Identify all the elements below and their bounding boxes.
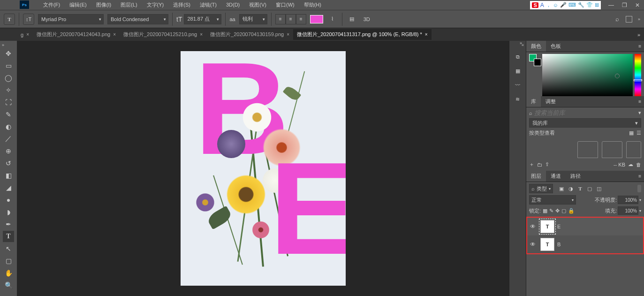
layer-filter-dropdown[interactable]: ⌕类型▾ [529,184,553,193]
filter-type-icon[interactable]: T [576,185,584,192]
toolbox-collapse-icon[interactable]: » [0,43,4,47]
character-panel-icon[interactable]: ▤ [346,14,357,25]
history-brush-tool[interactable]: ↺ [3,158,14,169]
ime-smiley-icon[interactable]: ☺ [553,2,558,8]
doc-tab-0[interactable]: g× [17,30,33,39]
lasso-tool[interactable]: ◯ [3,72,14,83]
menu-file[interactable]: 文件(F) [39,0,64,9]
channels-tab[interactable]: 通道 [546,171,566,182]
text-color-swatch[interactable] [310,15,323,23]
font-style-dropdown[interactable]: Bold Condensed [107,14,168,24]
layer-name[interactable]: E [557,224,561,229]
ime-shirt-icon[interactable]: 👕 [586,2,593,8]
grid-view-icon[interactable]: ▦ [629,130,634,136]
blend-mode-dropdown[interactable]: 正常▾ [529,195,576,205]
brush-settings-panel-icon[interactable]: ≋ [513,94,523,104]
menu-help[interactable]: 帮助(H) [300,0,325,9]
blur-tool[interactable]: ● [3,194,14,205]
3d-button[interactable]: 3D [361,14,372,25]
upload-icon[interactable]: ⇪ [545,161,549,167]
panel-collapse-icon[interactable]: » [518,41,522,46]
menu-view[interactable]: 视图(V) [245,0,270,9]
text-orientation-icon[interactable]: ↕T [23,14,34,25]
library-tab[interactable]: 库 [526,96,541,107]
library-select-dropdown[interactable]: 我的库▾ [529,118,641,128]
sogou-icon[interactable]: S [532,2,538,8]
align-center-button[interactable]: ≡ [286,14,296,24]
marquee-tool[interactable]: ▭ [3,60,14,71]
dodge-tool[interactable]: ◗ [3,206,14,218]
close-icon[interactable]: × [113,32,116,37]
panel-menu-icon[interactable]: ≡ [636,174,644,179]
hand-tool[interactable]: ✋ [3,267,14,279]
opacity-input[interactable] [618,196,638,204]
saturation-brightness-picker[interactable] [542,54,633,96]
maximize-button[interactable]: ❐ [618,0,631,10]
properties-panel-icon[interactable]: ▦ [513,66,523,76]
panel-menu-icon[interactable]: ≡ [636,99,644,104]
pen-tool[interactable]: ✒ [3,219,14,230]
fg-bg-swatches[interactable] [529,54,540,94]
antialias-dropdown[interactable]: 锐利 [239,14,267,24]
lock-pixels-icon[interactable]: ✎ [549,208,553,214]
layer-name[interactable]: B [557,242,561,247]
menu-select[interactable]: 选择(S) [169,0,194,9]
gradient-tool[interactable]: ◢ [3,182,14,193]
eraser-tool[interactable]: ◧ [3,170,14,181]
close-button[interactable]: ✕ [631,0,644,10]
lock-artboard-icon[interactable]: ▢ [561,208,566,214]
doc-tab-2[interactable]: 微信图片_20200704125210.png× [120,29,206,40]
tab-overflow-icon[interactable]: » [634,32,644,38]
menu-type[interactable]: 文字(Y) [143,0,168,9]
layers-tab[interactable]: 图层 [526,171,546,182]
zoom-tool[interactable]: 🔍 [3,280,14,291]
canvas-area[interactable]: B E [17,41,509,296]
color-tab[interactable]: 颜色 [526,41,546,52]
filter-shape-icon[interactable]: ▢ [586,185,593,192]
layer-thumb[interactable]: T [540,220,554,233]
close-icon[interactable]: × [200,32,203,37]
menu-layer[interactable]: 图层(L) [117,0,141,9]
eyedropper-tool[interactable]: ✎ [3,109,14,120]
filter-image-icon[interactable]: ▣ [558,185,565,192]
ime-mic-icon[interactable]: 🎤 [560,2,567,8]
menu-filter[interactable]: 滤镜(T) [196,0,220,9]
layer-thumb[interactable]: T [540,238,554,251]
doc-tab-1[interactable]: 微信图片_20200704124043.png× [33,29,120,40]
ime-grid-icon[interactable]: ⊞ [595,2,599,8]
chevron-down-icon[interactable]: ▾ [638,110,641,116]
menu-3d[interactable]: 3D(D) [222,1,243,8]
brush-tool[interactable]: ／ [3,133,14,144]
hue-slider[interactable] [635,54,641,96]
doc-tab-3[interactable]: 微信图片_20200704130159.png× [206,29,293,40]
ime-punct-icon[interactable]: ， [546,1,551,8]
lock-position-icon[interactable]: ✥ [555,208,560,214]
canvas-text-e[interactable]: E [270,133,346,284]
move-tool[interactable]: ✥ [3,48,14,59]
visibility-eye-icon[interactable]: 👁 [530,241,538,248]
menu-image[interactable]: 图像(I) [92,0,115,9]
swatches-tab[interactable]: 色板 [546,41,566,52]
trash-icon[interactable]: 🗑 [636,162,641,167]
warp-text-icon[interactable]: ⌇ [327,14,338,25]
path-selection-tool[interactable]: ↖ [3,243,14,254]
tool-preset-icon[interactable]: T [4,14,15,25]
close-icon[interactable]: × [26,32,29,37]
panel-menu-icon[interactable]: ≡ [636,44,644,49]
crop-tool[interactable]: ⛶ [3,97,14,108]
workspace-menu-icon[interactable]: » [638,17,640,22]
font-family-dropdown[interactable]: Myriad Pro [38,14,104,24]
align-left-button[interactable]: ≡ [275,14,286,24]
list-view-icon[interactable]: ☰ [636,130,641,136]
lock-transparency-icon[interactable]: ▩ [543,208,547,214]
workspace-toggle-icon[interactable] [626,16,632,23]
search-icon[interactable]: ⌕ [615,15,619,23]
doc-tab-4[interactable]: 微信图片_20200704131317.png @ 100% (E, RGB/8… [293,29,432,40]
magic-wand-tool[interactable]: ✧ [3,84,14,96]
close-icon[interactable]: × [425,32,428,37]
canvas[interactable]: B E [181,51,346,286]
history-panel-icon[interactable]: ⧉ [513,52,523,61]
ime-tool-icon[interactable]: 🔧 [578,2,584,8]
filter-switch[interactable] [637,185,641,192]
menu-edit[interactable]: 编辑(E) [66,0,91,9]
